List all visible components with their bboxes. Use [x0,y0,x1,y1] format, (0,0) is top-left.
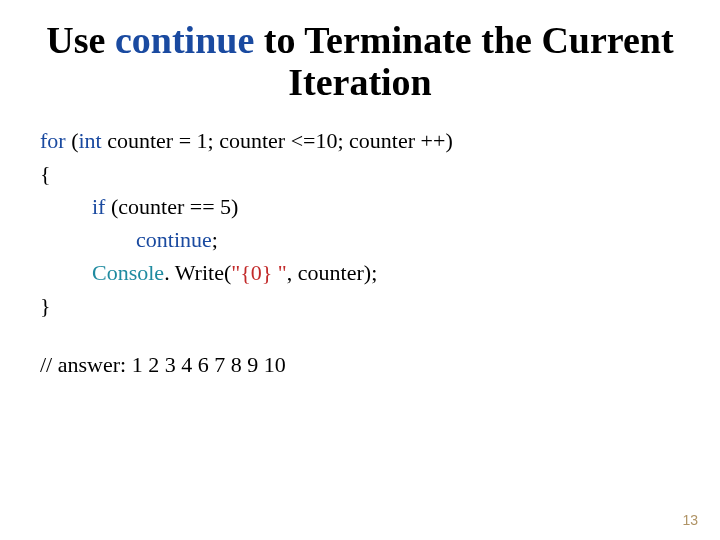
for-rest: counter = 1; counter <=10; counter ++) [102,128,453,153]
code-line-console-write: Console. Write("{0} ", counter); [40,256,680,289]
code-line-close-brace: } [40,289,680,322]
code-block: for (int counter = 1; counter <=10; coun… [40,124,680,322]
title-keyword: continue [115,19,254,61]
for-paren: ( [66,128,79,153]
code-line-continue: continue; [40,223,680,256]
title-after: to Terminate the Current Iteration [254,19,673,103]
write-close: , counter); [287,260,377,285]
keyword-int: int [78,128,101,153]
keyword-for: for [40,128,66,153]
write-open: . Write( [164,260,231,285]
continue-semicolon: ; [212,227,218,252]
page-number: 13 [682,512,698,528]
answer-comment: // answer: 1 2 3 4 6 7 8 9 10 [40,352,680,378]
string-literal: "{0} " [231,260,287,285]
code-line-for: for (int counter = 1; counter <=10; coun… [40,124,680,157]
code-line-if: if (counter == 5) [40,190,680,223]
if-rest: (counter == 5) [105,194,238,219]
keyword-if: if [92,194,105,219]
code-line-open-brace: { [40,157,680,190]
console-class: Console [92,260,164,285]
keyword-continue: continue [136,227,212,252]
slide-title: Use continue to Terminate the Current It… [40,20,680,104]
title-before: Use [46,19,115,61]
